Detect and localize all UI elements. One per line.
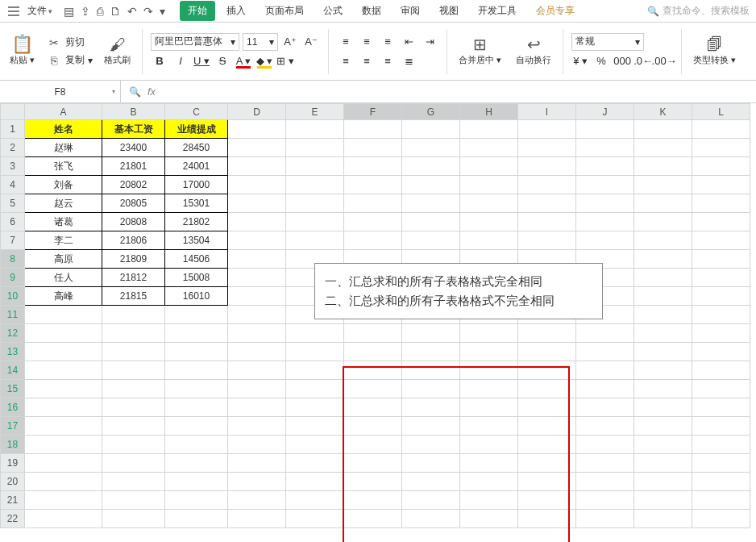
cell-L2[interactable] bbox=[692, 139, 750, 157]
cell-L13[interactable] bbox=[692, 343, 750, 361]
cell-D17[interactable] bbox=[228, 417, 286, 436]
cell-L16[interactable] bbox=[692, 398, 750, 417]
cell-A3[interactable]: 张飞 bbox=[25, 157, 102, 176]
cell-K9[interactable] bbox=[634, 269, 692, 287]
redo-icon[interactable]: ↷ bbox=[143, 5, 153, 18]
cell-L3[interactable] bbox=[692, 157, 750, 176]
cell-D12[interactable] bbox=[228, 324, 286, 343]
row-header-13[interactable]: 13 bbox=[1, 343, 25, 361]
cell-C11[interactable] bbox=[165, 306, 228, 324]
cell-B5[interactable]: 20805 bbox=[102, 194, 165, 213]
cell-G2[interactable] bbox=[402, 139, 460, 157]
cell-K2[interactable] bbox=[634, 139, 692, 157]
bold-button[interactable]: B bbox=[151, 52, 168, 70]
row-header-4[interactable]: 4 bbox=[1, 176, 25, 194]
font-color-button[interactable]: A ▾ bbox=[235, 52, 252, 70]
cell-D20[interactable] bbox=[228, 473, 286, 491]
col-header-K[interactable]: K bbox=[634, 104, 692, 120]
cell-G6[interactable] bbox=[402, 213, 460, 231]
col-header-A[interactable]: A bbox=[25, 104, 102, 120]
cell-B7[interactable]: 21806 bbox=[102, 231, 165, 250]
cell-J21[interactable] bbox=[576, 491, 634, 510]
cell-D19[interactable] bbox=[228, 454, 286, 473]
cell-E16[interactable] bbox=[286, 398, 344, 417]
cell-J16[interactable] bbox=[576, 398, 634, 417]
cell-I4[interactable] bbox=[518, 176, 576, 194]
cell-C6[interactable]: 21802 bbox=[165, 213, 228, 231]
col-header-E[interactable]: E bbox=[286, 104, 344, 120]
cell-K16[interactable] bbox=[634, 398, 692, 417]
print-preview-icon[interactable]: 🗋 bbox=[110, 5, 121, 18]
cell-J18[interactable] bbox=[576, 436, 634, 454]
cell-K10[interactable] bbox=[634, 287, 692, 306]
cell-C13[interactable] bbox=[165, 343, 228, 361]
cell-B22[interactable] bbox=[102, 510, 165, 528]
col-header-L[interactable]: L bbox=[692, 104, 750, 120]
cell-G13[interactable] bbox=[402, 343, 460, 361]
cell-K7[interactable] bbox=[634, 231, 692, 250]
cell-E22[interactable] bbox=[286, 510, 344, 528]
cell-A11[interactable] bbox=[25, 306, 102, 324]
cell-C20[interactable] bbox=[165, 473, 228, 491]
cell-C3[interactable]: 24001 bbox=[165, 157, 228, 176]
cell-C17[interactable] bbox=[165, 417, 228, 436]
row-header-19[interactable]: 19 bbox=[1, 454, 25, 473]
copy-button[interactable]: ⎘复制 ▾ bbox=[46, 52, 93, 69]
cell-L20[interactable] bbox=[692, 473, 750, 491]
row-header-17[interactable]: 17 bbox=[1, 417, 25, 436]
cell-A17[interactable] bbox=[25, 417, 102, 436]
col-header-C[interactable]: C bbox=[165, 104, 228, 120]
cell-H7[interactable] bbox=[460, 231, 518, 250]
cell-K21[interactable] bbox=[634, 491, 692, 510]
row-header-18[interactable]: 18 bbox=[1, 436, 25, 454]
increase-font-icon[interactable]: A⁺ bbox=[281, 33, 299, 51]
cell-L11[interactable] bbox=[692, 306, 750, 324]
cell-C22[interactable] bbox=[165, 510, 228, 528]
cell-I5[interactable] bbox=[518, 194, 576, 213]
cell-K14[interactable] bbox=[634, 361, 692, 380]
cell-L9[interactable] bbox=[692, 269, 750, 287]
wrap-icon[interactable]: ↩ bbox=[525, 36, 542, 52]
cell-F1[interactable] bbox=[344, 120, 402, 139]
cell-B11[interactable] bbox=[102, 306, 165, 324]
cell-F3[interactable] bbox=[344, 157, 402, 176]
col-header-F[interactable]: F bbox=[344, 104, 402, 120]
row-header-22[interactable]: 22 bbox=[1, 510, 25, 528]
cell-A21[interactable] bbox=[25, 491, 102, 510]
col-header-B[interactable]: B bbox=[102, 104, 165, 120]
row-header-8[interactable]: 8 bbox=[1, 250, 25, 269]
cell-L21[interactable] bbox=[692, 491, 750, 510]
col-header-D[interactable]: D bbox=[228, 104, 286, 120]
cell-D7[interactable] bbox=[228, 231, 286, 250]
cell-B13[interactable] bbox=[102, 343, 165, 361]
decrease-font-icon[interactable]: A⁻ bbox=[302, 33, 320, 51]
cell-C4[interactable]: 17000 bbox=[165, 176, 228, 194]
currency-icon[interactable]: ¥ ▾ bbox=[571, 52, 589, 70]
cell-F4[interactable] bbox=[344, 176, 402, 194]
cell-K12[interactable] bbox=[634, 324, 692, 343]
cell-J15[interactable] bbox=[576, 380, 634, 398]
cell-B9[interactable]: 21812 bbox=[102, 269, 165, 287]
cell-A15[interactable] bbox=[25, 380, 102, 398]
cell-C16[interactable] bbox=[165, 398, 228, 417]
cell-A19[interactable] bbox=[25, 454, 102, 473]
cell-I12[interactable] bbox=[518, 324, 576, 343]
cell-B15[interactable] bbox=[102, 380, 165, 398]
tab-member[interactable]: 会员专享 bbox=[528, 1, 583, 21]
cell-H4[interactable] bbox=[460, 176, 518, 194]
cell-E14[interactable] bbox=[286, 361, 344, 380]
font-size-select[interactable]: 11▾ bbox=[243, 33, 278, 51]
cell-J12[interactable] bbox=[576, 324, 634, 343]
tab-formula[interactable]: 公式 bbox=[315, 1, 351, 21]
cell-K19[interactable] bbox=[634, 454, 692, 473]
cell-H2[interactable] bbox=[460, 139, 518, 157]
cell-A1[interactable]: 姓名 bbox=[25, 120, 102, 139]
cell-C12[interactable] bbox=[165, 324, 228, 343]
italic-button[interactable]: I bbox=[172, 52, 189, 70]
file-menu[interactable]: 文件 ▾ bbox=[23, 2, 57, 19]
qat-more-icon[interactable]: ▾ bbox=[160, 5, 165, 18]
cell-C2[interactable]: 28450 bbox=[165, 139, 228, 157]
cell-I13[interactable] bbox=[518, 343, 576, 361]
cell-B20[interactable] bbox=[102, 473, 165, 491]
share-icon[interactable]: ⇪ bbox=[81, 5, 90, 18]
